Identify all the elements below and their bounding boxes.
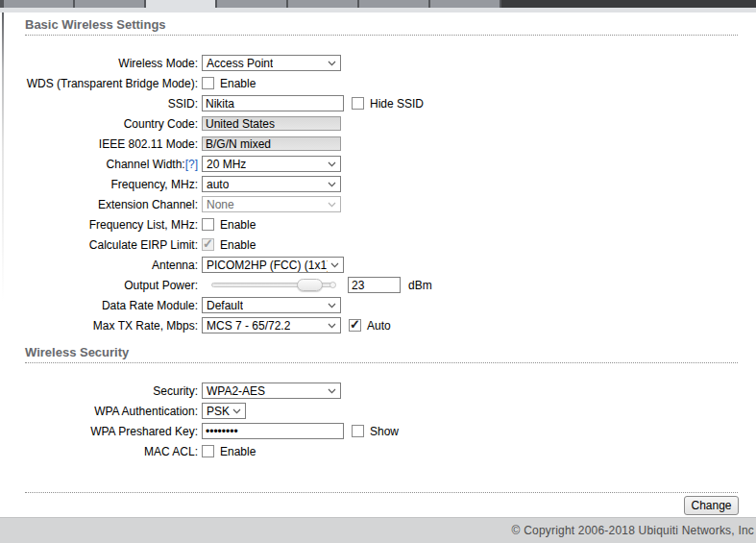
ieee-mode-readonly-field: B/G/N mixed bbox=[202, 136, 341, 151]
extension-channel-select: None bbox=[202, 196, 341, 212]
channel-width-label-text: Channel Width: bbox=[107, 158, 185, 171]
basic-wireless-settings-heading: Basic Wireless Settings bbox=[25, 17, 738, 36]
eirp-limit-enable-checkbox bbox=[202, 238, 214, 251]
row-ieee-mode: IEEE 802.11 Mode: B/G/N mixed bbox=[0, 136, 756, 152]
wpa-preshared-key-label: WPA Preshared Key: bbox=[0, 425, 198, 438]
tab-6[interactable] bbox=[359, 0, 430, 8]
row-antenna: Antenna: PICOM2HP (FCC) (1x1) - bbox=[0, 257, 756, 273]
data-rate-value: Default bbox=[207, 299, 243, 312]
hide-ssid-checkbox[interactable] bbox=[352, 97, 364, 110]
row-channel-width: Channel Width:[?] 20 MHz bbox=[0, 156, 756, 172]
frequency-select[interactable]: auto bbox=[202, 176, 341, 192]
frequency-list-enable-label: Enable bbox=[220, 218, 256, 232]
channel-width-select[interactable]: 20 MHz bbox=[202, 156, 341, 172]
data-rate-label: Data Rate Module: bbox=[0, 299, 198, 312]
row-eirp-limit: Calculate EIRP Limit: Enable bbox=[0, 236, 756, 253]
row-wpa-preshared-key: WPA Preshared Key: Show bbox=[0, 423, 756, 439]
tab-4[interactable] bbox=[217, 0, 288, 8]
output-power-unit: dBm bbox=[408, 279, 432, 292]
wireless-settings-page: Basic Wireless Settings Wireless Mode: A… bbox=[0, 12, 756, 517]
country-code-label: Country Code: bbox=[0, 117, 198, 131]
output-power-slider[interactable] bbox=[211, 283, 334, 287]
chevron-down-icon bbox=[328, 161, 336, 167]
country-code-readonly-field: United States bbox=[202, 116, 341, 131]
security-select[interactable]: WPA2-AES bbox=[202, 383, 341, 399]
tab-7[interactable] bbox=[430, 0, 501, 8]
extension-channel-label: Extension Channel: bbox=[0, 198, 198, 211]
left-edge-shadow bbox=[2, 12, 4, 301]
max-tx-rate-auto-label: Auto bbox=[367, 319, 391, 333]
antenna-label: Antenna: bbox=[0, 259, 198, 272]
tab-3-active-wireless[interactable] bbox=[146, 0, 217, 8]
wds-enable-checkbox[interactable] bbox=[202, 77, 214, 89]
mac-acl-label: MAC ACL: bbox=[0, 445, 198, 458]
security-label: Security: bbox=[0, 384, 198, 398]
top-tab-bar bbox=[0, 0, 756, 8]
output-power-slider-endcap bbox=[329, 282, 336, 288]
row-ssid: SSID: Hide SSID bbox=[0, 95, 756, 111]
output-power-slider-thumb[interactable] bbox=[297, 279, 323, 291]
row-wpa-authentication: WPA Authentication: PSK bbox=[0, 403, 756, 419]
chevron-down-icon bbox=[232, 408, 241, 414]
wds-enable-label: Enable bbox=[220, 77, 256, 90]
chevron-down-icon bbox=[328, 388, 336, 394]
eirp-limit-label: Calculate EIRP Limit: bbox=[0, 238, 198, 252]
max-tx-rate-label: Max TX Rate, Mbps: bbox=[0, 319, 198, 333]
tab-1[interactable] bbox=[4, 0, 75, 8]
wireless-mode-label: Wireless Mode: bbox=[0, 57, 198, 70]
row-frequency-list: Frequency List, MHz: Enable bbox=[0, 216, 756, 233]
row-wireless-mode: Wireless Mode: Access Point bbox=[0, 55, 756, 71]
antenna-value: PICOM2HP (FCC) (1x1) - bbox=[207, 259, 328, 272]
row-security: Security: WPA2-AES bbox=[0, 383, 756, 399]
output-power-input[interactable] bbox=[348, 277, 401, 293]
chevron-down-icon bbox=[328, 182, 336, 187]
row-frequency: Frequency, MHz: auto bbox=[0, 176, 756, 192]
mac-acl-enable-checkbox[interactable] bbox=[202, 445, 214, 457]
change-button[interactable]: Change bbox=[684, 496, 739, 515]
channel-width-label: Channel Width:[?] bbox=[0, 158, 198, 171]
data-rate-select[interactable]: Default bbox=[202, 297, 341, 313]
frequency-label: Frequency, MHz: bbox=[0, 178, 198, 191]
tab-5[interactable] bbox=[288, 0, 359, 8]
frequency-list-label: Frequency List, MHz: bbox=[0, 218, 198, 232]
ssid-input[interactable] bbox=[202, 95, 344, 111]
antenna-select[interactable]: PICOM2HP (FCC) (1x1) - bbox=[202, 257, 344, 273]
wpa-preshared-key-input[interactable] bbox=[202, 423, 344, 439]
row-extension-channel: Extension Channel: None bbox=[0, 196, 756, 212]
frequency-list-enable-checkbox[interactable] bbox=[202, 218, 214, 231]
wds-label: WDS (Transparent Bridge Mode): bbox=[0, 77, 198, 90]
mac-acl-enable-label: Enable bbox=[220, 445, 256, 458]
chevron-down-icon bbox=[328, 202, 336, 208]
chevron-down-icon bbox=[330, 262, 339, 268]
row-data-rate: Data Rate Module: Default bbox=[0, 297, 756, 313]
row-output-power: Output Power: dBm bbox=[0, 277, 756, 293]
wireless-mode-value: Access Point bbox=[207, 57, 273, 70]
channel-width-value: 20 MHz bbox=[207, 158, 246, 171]
max-tx-rate-value: MCS 7 - 65/72.2 bbox=[207, 319, 290, 333]
wireless-mode-select[interactable]: Access Point bbox=[202, 55, 341, 71]
extension-channel-value: None bbox=[207, 198, 234, 211]
footer-bar: © Copyright 2006-2018 Ubiquiti Networks,… bbox=[0, 517, 756, 543]
tab-2[interactable] bbox=[75, 0, 146, 8]
frequency-value: auto bbox=[207, 178, 229, 191]
show-key-checkbox[interactable] bbox=[352, 425, 364, 437]
copyright-text: © Copyright 2006-2018 Ubiquiti Networks,… bbox=[512, 524, 754, 537]
channel-width-help-link[interactable]: [?] bbox=[185, 158, 198, 171]
security-value: WPA2-AES bbox=[207, 384, 265, 398]
wireless-security-heading: Wireless Security bbox=[25, 345, 738, 363]
chevron-down-icon bbox=[328, 303, 336, 309]
wpa-authentication-value: PSK bbox=[207, 405, 230, 418]
chevron-down-icon bbox=[328, 323, 336, 329]
eirp-limit-enable-label: Enable bbox=[220, 238, 256, 252]
chevron-down-icon bbox=[328, 61, 336, 66]
row-wds: WDS (Transparent Bridge Mode): Enable bbox=[0, 75, 756, 91]
max-tx-rate-select[interactable]: MCS 7 - 65/72.2 bbox=[202, 317, 341, 333]
wpa-authentication-select[interactable]: PSK bbox=[202, 403, 246, 419]
row-max-tx-rate: Max TX Rate, Mbps: MCS 7 - 65/72.2 Auto bbox=[0, 317, 756, 333]
show-key-label: Show bbox=[370, 425, 399, 438]
max-tx-rate-auto-checkbox[interactable] bbox=[349, 319, 361, 332]
row-country-code: Country Code: United States bbox=[0, 115, 756, 132]
ieee-mode-label: IEEE 802.11 Mode: bbox=[0, 137, 198, 151]
output-power-label: Output Power: bbox=[0, 279, 198, 292]
hide-ssid-label: Hide SSID bbox=[370, 97, 424, 111]
